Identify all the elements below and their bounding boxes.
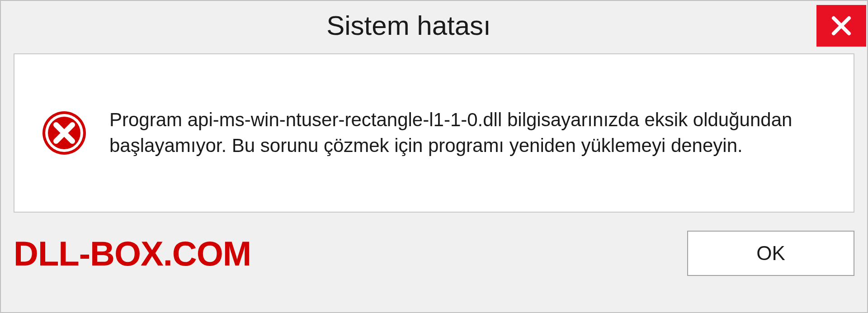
- content-area: Program api-ms-win-ntuser-rectangle-l1-1…: [14, 53, 854, 213]
- ok-button[interactable]: OK: [687, 231, 854, 276]
- close-button[interactable]: [816, 5, 866, 47]
- titlebar: Sistem hatası: [1, 1, 867, 50]
- dialog-title: Sistem hatası: [326, 10, 491, 41]
- footer: DLL-BOX.COM OK: [1, 213, 867, 276]
- error-icon: [42, 110, 87, 156]
- error-message: Program api-ms-win-ntuser-rectangle-l1-1…: [109, 107, 826, 158]
- error-dialog: Sistem hatası Program api-ms-win-ntuser-…: [0, 0, 868, 313]
- close-icon: [830, 14, 853, 37]
- watermark-text: DLL-BOX.COM: [14, 234, 251, 273]
